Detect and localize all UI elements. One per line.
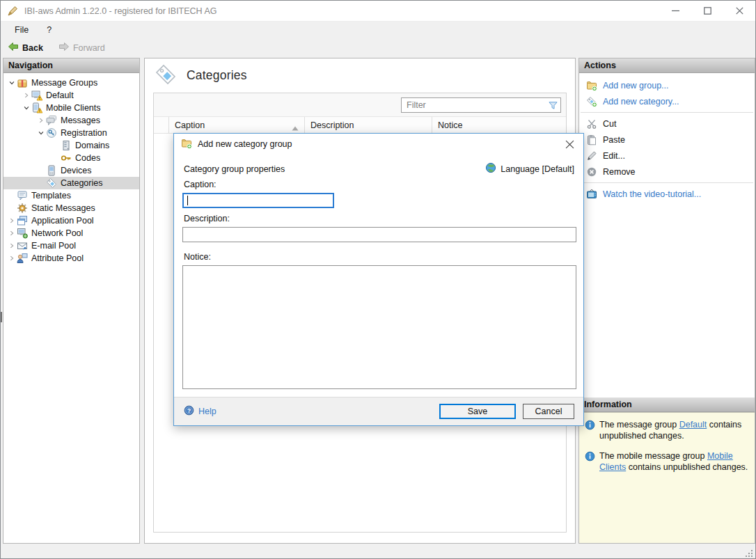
svg-text:?: ? <box>187 407 191 414</box>
nav-item-attribute-pool[interactable]: Attribute Pool <box>3 252 139 265</box>
folder-plus-icon <box>586 80 597 91</box>
action-watch-video-tutorial[interactable]: Watch the video-tutorial... <box>579 186 755 202</box>
notice-textarea[interactable] <box>182 265 576 389</box>
forward-button[interactable]: Forward <box>57 40 109 56</box>
window-title: IBI-aws Admin 1.22.0 - registered for IB… <box>24 6 659 16</box>
nav-item-codes[interactable]: Codes <box>3 152 139 164</box>
cancel-button[interactable]: Cancel <box>523 404 574 419</box>
filter-input[interactable] <box>402 100 548 110</box>
info-icon <box>585 420 595 430</box>
nav-item-mobile-clients[interactable]: Mobile Clients <box>3 102 139 114</box>
action-paste[interactable]: Paste <box>579 132 755 148</box>
actions-separator <box>581 112 753 113</box>
nav-item-application-pool[interactable]: Application Pool <box>3 214 139 227</box>
forward-arrow-icon <box>58 41 70 54</box>
chevron-down-icon[interactable] <box>36 128 46 138</box>
navigation-panel: Navigation Message Groups Default Mobile… <box>3 58 140 544</box>
chevron-right-icon[interactable] <box>22 90 31 100</box>
notice-label: Notice: <box>184 252 211 262</box>
column-header-description[interactable]: Description <box>305 117 432 133</box>
chevron-right-icon[interactable] <box>7 253 17 263</box>
registration-icon <box>46 127 57 139</box>
tag-plus-icon <box>586 96 597 107</box>
nav-item-network-pool[interactable]: Network Pool <box>3 227 139 239</box>
chevron-right-icon[interactable] <box>7 216 17 226</box>
dialog-titlebar: Add new category group <box>174 134 583 155</box>
chevron-right-icon[interactable] <box>7 241 17 251</box>
nav-item-domains[interactable]: Domains <box>3 139 139 152</box>
actions-header: Actions <box>579 58 755 73</box>
minimize-button[interactable] <box>659 1 691 21</box>
action-add-new-category[interactable]: Add new category... <box>579 93 755 109</box>
caption-input[interactable] <box>184 194 333 207</box>
nav-item-devices[interactable]: Devices <box>3 164 139 177</box>
network-pool-icon <box>17 228 28 239</box>
help-icon: ? <box>184 405 194 418</box>
e-mail-pool-icon <box>17 240 28 251</box>
link-default-group[interactable]: Default <box>679 420 707 430</box>
dialog-section-label: Category group properties <box>184 164 485 174</box>
action-remove[interactable]: Remove <box>579 164 755 180</box>
description-input[interactable] <box>182 227 576 242</box>
sort-ascending-icon <box>292 123 299 133</box>
scissors-icon <box>586 118 597 129</box>
nav-item-email-pool[interactable]: E-mail Pool <box>3 239 139 252</box>
action-edit[interactable]: Edit... <box>579 148 755 164</box>
edge-mark <box>1 312 2 322</box>
titlebar: IBI-aws Admin 1.22.0 - registered for IB… <box>1 1 755 22</box>
remove-circle-icon <box>586 166 597 178</box>
navigation-header: Navigation <box>3 58 139 73</box>
action-cut[interactable]: Cut <box>579 116 755 132</box>
nav-item-categories[interactable]: Categories <box>3 177 139 189</box>
description-label: Description: <box>184 214 230 223</box>
dialog-body: Category group properties Language [Defa… <box>174 155 583 397</box>
dialog-footer: ? Help Save Cancel <box>174 397 583 425</box>
info-icon <box>585 451 595 462</box>
information-header: Information <box>579 397 755 412</box>
dialog-close-icon[interactable] <box>564 139 575 150</box>
templates-icon <box>17 190 28 201</box>
menubar: File ? <box>1 22 755 38</box>
chevron-down-icon[interactable] <box>22 103 31 113</box>
status-bar <box>1 545 755 559</box>
page-title-row: Categories <box>145 58 575 93</box>
devices-icon <box>46 165 57 176</box>
menu-file[interactable]: File <box>8 23 36 37</box>
nav-item-messages[interactable]: Messages <box>3 114 139 127</box>
resize-grip[interactable] <box>744 549 753 557</box>
nav-item-static-messages[interactable]: Static Messages <box>3 202 139 214</box>
nav-item-message-groups[interactable]: Message Groups <box>3 77 139 89</box>
nav-item-templates[interactable]: Templates <box>3 189 139 202</box>
maximize-button[interactable] <box>691 1 723 21</box>
help-link[interactable]: ? Help <box>184 405 439 418</box>
right-panel: Actions Add new group... Add new categor… <box>578 58 755 544</box>
dialog-title: Add new category group <box>198 139 558 149</box>
mobile-clients-icon <box>31 102 42 113</box>
filter-funnel-icon[interactable] <box>548 100 560 111</box>
info-note-default: The message group Default contains unpub… <box>585 419 749 441</box>
chevron-right-icon[interactable] <box>36 116 46 125</box>
caption-label: Caption: <box>184 180 216 189</box>
tv-icon <box>586 189 597 200</box>
column-header-notice[interactable]: Notice <box>432 117 566 133</box>
nav-item-registration[interactable]: Registration <box>3 127 139 139</box>
chevron-down-icon[interactable] <box>7 78 17 88</box>
caption-field <box>182 193 334 208</box>
table-header: Caption Description Notice <box>154 117 566 134</box>
information-content: The message group Default contains unpub… <box>579 412 755 543</box>
chevron-right-icon[interactable] <box>7 228 17 238</box>
column-header-caption[interactable]: Caption <box>169 117 305 133</box>
filter-box <box>401 97 561 113</box>
nav-item-default[interactable]: Default <box>3 89 139 102</box>
action-add-new-group[interactable]: Add new group... <box>579 77 755 93</box>
messages-icon <box>46 115 57 126</box>
back-button[interactable]: Back <box>6 40 47 56</box>
language-selector[interactable]: Language [Default] <box>485 162 574 175</box>
close-button[interactable] <box>723 1 755 21</box>
static-messages-icon <box>17 203 28 214</box>
add-category-group-dialog: Add new category group Category group pr… <box>173 133 584 426</box>
save-button[interactable]: Save <box>439 404 516 419</box>
app-icon <box>7 6 18 17</box>
menu-help[interactable]: ? <box>40 23 58 37</box>
clipboard-icon <box>586 134 597 145</box>
